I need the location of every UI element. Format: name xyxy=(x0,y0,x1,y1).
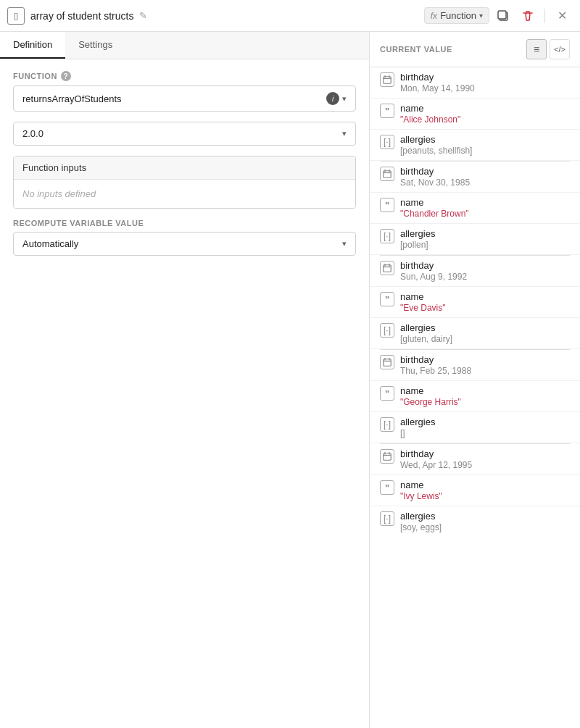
item-value: "Alice Johnson" xyxy=(400,114,460,125)
function-section-label: FUNCTION ? xyxy=(13,71,356,81)
list-view-icon: ≡ xyxy=(534,43,539,55)
current-value-label: CURRENT VALUE xyxy=(380,45,452,54)
item-content: allergies[] xyxy=(400,417,435,438)
top-bar-left: [] array of student structs ✎ xyxy=(7,7,424,25)
main-content: Definition Settings FUNCTION ? returnsAr… xyxy=(0,32,580,728)
left-content: FUNCTION ? returnsArrayOfStudents i ▾ 2.… xyxy=(0,59,369,267)
list-item: birthdayThu, Feb 25, 1988 xyxy=(370,350,580,381)
list-item: "name"Chandler Brown" xyxy=(370,193,580,224)
calendar-icon xyxy=(380,167,394,181)
quote-icon: " xyxy=(380,198,394,212)
item-value: Wed, Apr 12, 1995 xyxy=(400,460,472,470)
quote-icon: " xyxy=(380,292,394,306)
list-item: birthdaySat, Nov 30, 1985 xyxy=(370,162,580,193)
item-content: name"Ivy Lewis" xyxy=(400,480,442,501)
recompute-value: Automatically xyxy=(22,238,78,249)
item-content: allergies[peanuts, shellfish] xyxy=(400,134,472,156)
list-item: "name"Alice Johnson" xyxy=(370,99,580,130)
chevron-down-icon: ▾ xyxy=(479,12,483,20)
item-key: birthday xyxy=(400,166,470,177)
item-value: [pollen] xyxy=(400,240,435,250)
top-bar-right: fx Function ▾ ✕ xyxy=(424,5,573,27)
list-item: [·]allergies[soy, eggs] xyxy=(370,506,580,537)
function-info-dropdown[interactable]: i ▾ xyxy=(326,92,347,105)
list-item: [·]allergies[gluten, dairy] xyxy=(370,318,580,349)
function-name: returnsArrayOfStudents xyxy=(22,93,122,104)
item-content: birthdayWed, Apr 12, 1995 xyxy=(400,448,472,470)
item-value: "Ivy Lewis" xyxy=(400,491,442,501)
item-key: birthday xyxy=(400,354,471,365)
function-pill-label: Function xyxy=(440,10,476,21)
item-key: birthday xyxy=(400,72,475,83)
version-dropdown-arrow-icon: ▾ xyxy=(342,129,347,138)
close-button[interactable]: ✕ xyxy=(551,5,573,27)
dropdown-arrow-icon: ▾ xyxy=(342,94,347,104)
function-select[interactable]: returnsArrayOfStudents i ▾ xyxy=(13,85,356,112)
item-value: Sun, Aug 9, 1992 xyxy=(400,272,467,282)
item-value: Mon, May 14, 1990 xyxy=(400,83,475,93)
item-key: allergies xyxy=(400,417,435,427)
function-type-pill[interactable]: fx Function ▾ xyxy=(424,7,489,24)
left-panel: Definition Settings FUNCTION ? returnsAr… xyxy=(0,32,370,728)
function-inputs-box: Function inputs No inputs defined xyxy=(13,156,356,209)
delete-button[interactable] xyxy=(517,5,539,27)
item-content: birthdayMon, May 14, 1990 xyxy=(400,72,475,93)
calendar-icon xyxy=(380,449,394,464)
item-content: name"Eve Davis" xyxy=(400,291,446,313)
divider xyxy=(544,9,545,23)
function-section: FUNCTION ? returnsArrayOfStudents i ▾ xyxy=(13,71,356,112)
code-view-button[interactable]: </> xyxy=(550,39,570,59)
item-key: name xyxy=(400,480,442,490)
variable-title: array of student structs xyxy=(30,10,133,22)
top-bar: [] array of student structs ✎ fx Functio… xyxy=(0,0,580,32)
list-item: birthdayWed, Apr 12, 1995 xyxy=(370,444,580,475)
svg-rect-6 xyxy=(384,171,392,178)
item-key: allergies xyxy=(400,228,435,239)
version-select[interactable]: 2.0.0 ▾ xyxy=(13,122,356,146)
item-value: [soy, eggs] xyxy=(400,522,442,532)
bracket-icon: [·] xyxy=(380,323,394,338)
list-item: "name"Ivy Lewis" xyxy=(370,475,580,506)
svg-rect-14 xyxy=(384,359,392,367)
svg-rect-1 xyxy=(498,11,506,19)
function-inputs-body: No inputs defined xyxy=(14,180,355,208)
list-item: [·]allergies[] xyxy=(370,412,580,443)
svg-rect-2 xyxy=(384,77,392,84)
right-header: CURRENT VALUE ≡ </> xyxy=(370,32,580,67)
variable-icon: [] xyxy=(7,7,25,25)
edit-icon[interactable]: ✎ xyxy=(139,10,147,21)
quote-icon: " xyxy=(380,104,394,118)
version-section: 2.0.0 ▾ xyxy=(13,122,356,146)
recompute-section: RECOMPUTE VARIABLE VALUE Automatically ▾ xyxy=(13,219,356,256)
item-value: Thu, Feb 25, 1988 xyxy=(400,366,471,376)
tabs: Definition Settings xyxy=(0,32,369,59)
recompute-dropdown-arrow-icon: ▾ xyxy=(342,239,347,248)
item-key: allergies xyxy=(400,511,442,522)
item-value: Sat, Nov 30, 1985 xyxy=(400,177,470,188)
item-value: [] xyxy=(400,428,435,438)
quote-icon: " xyxy=(380,480,394,495)
list-item: birthdaySun, Aug 9, 1992 xyxy=(370,256,580,287)
item-key: name xyxy=(400,197,469,208)
bracket-icon: [·] xyxy=(380,229,394,243)
code-view-icon: </> xyxy=(554,45,566,54)
item-content: birthdayThu, Feb 25, 1988 xyxy=(400,354,471,376)
item-value: "George Harris" xyxy=(400,397,461,407)
duplicate-button[interactable] xyxy=(492,5,514,27)
fx-symbol: fx xyxy=(431,11,437,21)
tab-definition[interactable]: Definition xyxy=(0,32,65,59)
bracket-icon: [·] xyxy=(380,417,394,432)
tab-settings[interactable]: Settings xyxy=(65,32,125,59)
recompute-select[interactable]: Automatically ▾ xyxy=(13,232,356,256)
list-view-button[interactable]: ≡ xyxy=(526,39,547,59)
item-key: name xyxy=(400,291,446,302)
item-content: allergies[gluten, dairy] xyxy=(400,322,452,344)
calendar-icon xyxy=(380,72,394,87)
item-value: [gluten, dairy] xyxy=(400,334,452,344)
calendar-icon xyxy=(380,355,394,369)
item-value: [peanuts, shellfish] xyxy=(400,146,472,156)
help-icon[interactable]: ? xyxy=(61,71,71,81)
item-key: allergies xyxy=(400,134,472,145)
list-item: birthdayMon, May 14, 1990 xyxy=(370,67,580,99)
svg-rect-10 xyxy=(384,265,392,272)
